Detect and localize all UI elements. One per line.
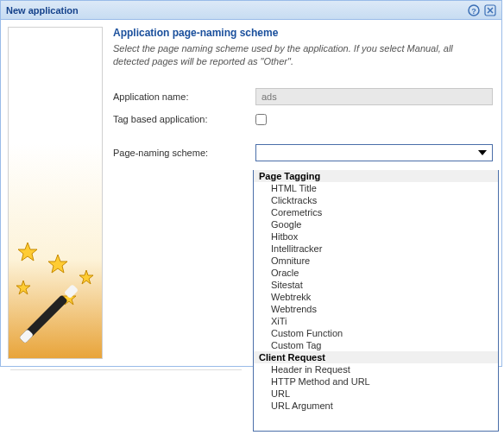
tag-based-checkbox[interactable]	[255, 114, 267, 125]
help-icon[interactable]: ?	[467, 3, 480, 16]
titlebar: New application ?	[1, 1, 501, 20]
dropdown-option[interactable]: Intellitracker	[254, 243, 498, 255]
dropdown-option[interactable]: XiTi	[254, 315, 498, 327]
dropdown-option[interactable]: Webtrekk	[254, 291, 498, 303]
divider	[10, 369, 242, 370]
dropdown-option[interactable]: Google	[254, 218, 498, 230]
page-naming-scheme-dropdown[interactable]	[255, 144, 493, 161]
dropdown-group-header: Client Request	[254, 351, 498, 363]
dropdown-option[interactable]: Omniture	[254, 255, 498, 267]
dropdown-option[interactable]: Clicktracks	[254, 194, 498, 206]
dropdown-option[interactable]: HTML Title	[254, 182, 498, 194]
section-subheading: Select the page naming scheme used by th…	[113, 42, 493, 69]
dropdown-option[interactable]: Sitestat	[254, 279, 498, 291]
svg-marker-5	[79, 270, 93, 284]
dropdown-option[interactable]: Custom Tag	[254, 339, 498, 351]
svg-marker-3	[18, 243, 37, 261]
dropdown-option[interactable]: Header in Request	[254, 363, 498, 375]
magic-wand-icon	[10, 234, 100, 355]
application-name-label: Application name:	[113, 91, 255, 102]
wizard-sidebar	[8, 27, 103, 359]
dropdown-option[interactable]: Coremetrics	[254, 206, 498, 218]
dialog-title: New application	[6, 5, 467, 16]
dropdown-option[interactable]: Webtrends	[254, 303, 498, 315]
dropdown-option[interactable]: Oracle	[254, 267, 498, 279]
dropdown-listbox[interactable]: Page TaggingHTML TitleClicktracksCoremet…	[253, 170, 499, 432]
application-name-input[interactable]	[255, 88, 493, 105]
dropdown-option[interactable]: URL	[254, 388, 498, 400]
dropdown-option[interactable]: Custom Function	[254, 327, 498, 339]
chevron-down-icon	[478, 150, 487, 155]
dropdown-option[interactable]: Hitbox	[254, 230, 498, 243]
svg-marker-6	[16, 281, 30, 294]
tag-based-label: Tag based application:	[113, 114, 255, 124]
close-icon[interactable]	[483, 3, 496, 16]
svg-text:?: ?	[471, 6, 476, 15]
page-naming-scheme-label: Page-naming scheme:	[113, 148, 255, 158]
dropdown-group-header: Page Tagging	[254, 170, 498, 182]
svg-marker-4	[48, 255, 67, 273]
section-heading: Application page-naming scheme	[113, 27, 493, 39]
dropdown-option[interactable]: URL Argument	[254, 400, 498, 412]
dropdown-option[interactable]: HTTP Method and URL	[254, 375, 498, 388]
